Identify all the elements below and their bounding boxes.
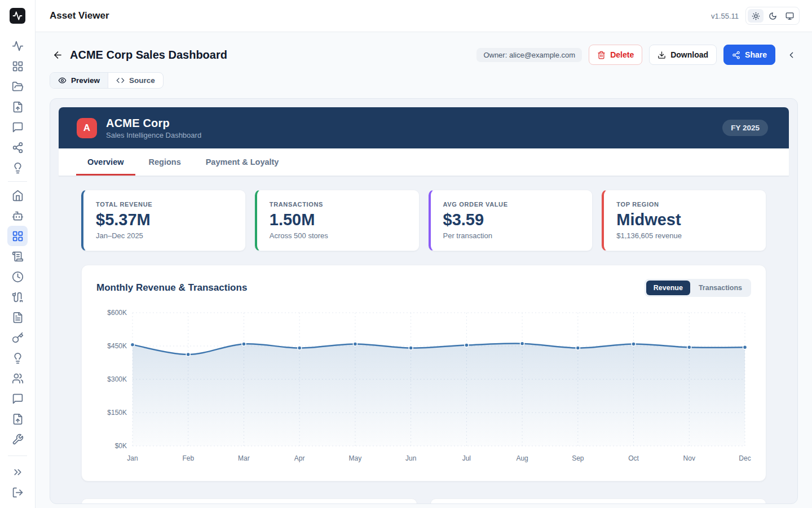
delete-button[interactable]: Delete (589, 45, 642, 65)
svg-text:Jun: Jun (405, 454, 416, 462)
toggle-revenue[interactable]: Revenue (646, 281, 690, 295)
file-up-icon (12, 101, 24, 113)
chart-series-toggle: RevenueTransactions (645, 279, 751, 297)
sidebar-item-activity[interactable] (7, 36, 28, 56)
stats-row: TOTAL REVENUE$5.37MJan–Dec 2025TRANSACTI… (81, 190, 766, 251)
chart-point-mar[interactable] (242, 342, 246, 346)
chart-point-jul[interactable] (465, 343, 469, 347)
sidebar-item-file-up[interactable] (7, 409, 28, 429)
svg-text:Apr: Apr (294, 454, 305, 462)
svg-text:Jan: Jan (127, 454, 138, 462)
svg-text:Oct: Oct (628, 454, 639, 462)
stat-value: $3.59 (443, 211, 580, 229)
source-tab-label: Source (129, 76, 155, 85)
chart-point-jan[interactable] (131, 343, 135, 347)
chart-point-feb[interactable] (186, 352, 190, 356)
code-icon (116, 76, 125, 85)
users-icon (12, 373, 24, 384)
sidebar-bottom-group (0, 462, 35, 502)
company-names: ACME Corp Sales Intelligence Dashboard (106, 117, 201, 139)
chart-point-dec[interactable] (743, 345, 747, 349)
sidebar-item-file-text[interactable] (7, 307, 28, 327)
theme-light-button[interactable] (748, 9, 764, 23)
svg-text:Aug: Aug (516, 454, 528, 462)
monitor-icon (785, 12, 794, 20)
sidebar-item-cable[interactable] (7, 287, 28, 307)
sidebar-item-users[interactable] (7, 368, 28, 388)
toggle-transactions[interactable]: Transactions (691, 281, 749, 295)
dashboard-header: A ACME Corp Sales Intelligence Dashboard… (59, 107, 789, 148)
main-content: ACME Corp Sales Dashboard Owner: alice@e… (36, 32, 812, 508)
view-mode-tabs: Preview Source (50, 72, 164, 89)
stat-card-avg-order-value: AVG ORDER VALUE$3.59Per transaction (429, 190, 593, 251)
sidebar-item-bot[interactable] (7, 205, 28, 226)
dashboard-body: TOTAL REVENUE$5.37MJan–Dec 2025TRANSACTI… (59, 176, 789, 504)
svg-text:$300K: $300K (107, 375, 127, 383)
dashboard-subtitle: Sales Intelligence Dashboard (106, 131, 201, 139)
chart-area (133, 343, 745, 446)
preview-tab-label: Preview (71, 76, 100, 85)
chart-point-jun[interactable] (409, 346, 413, 350)
sidebar-item-message-square[interactable] (7, 117, 28, 137)
chart-title: Monthly Revenue & Transactions (96, 282, 247, 294)
sidebar-item-share-2[interactable] (7, 137, 28, 157)
svg-text:Jul: Jul (462, 454, 471, 462)
svg-text:Mar: Mar (238, 454, 250, 462)
sidebar-item-layout-grid-active[interactable] (7, 226, 28, 246)
share-button[interactable]: Share (723, 45, 775, 65)
topbar-right: v1.55.11 (711, 7, 800, 25)
sidebar-item-lightbulb[interactable] (7, 157, 28, 178)
sidebar-item-message-square[interactable] (7, 388, 28, 409)
company-name: ACME Corp (106, 117, 201, 130)
sidebar-item-file-up[interactable] (7, 97, 28, 117)
company-logo: A (77, 118, 97, 138)
share-label: Share (745, 50, 767, 59)
sidebar-item-key[interactable] (7, 327, 28, 348)
stat-card-top-region: TOP REGIONMidwest$1,136,605 revenue (602, 190, 766, 251)
chart-point-may[interactable] (353, 342, 357, 346)
partial-card-left (81, 498, 417, 504)
bot-icon (12, 210, 24, 222)
download-button[interactable]: Download (649, 45, 717, 65)
svg-text:$0K: $0K (115, 442, 127, 450)
stat-subtext: $1,136,605 revenue (616, 231, 753, 240)
activity-icon (12, 40, 24, 52)
chart-point-aug[interactable] (520, 341, 524, 345)
sidebar-item-chevrons-right[interactable] (7, 462, 28, 482)
collapse-panel-button[interactable] (784, 48, 798, 62)
stat-subtext: Across 500 stores (270, 231, 407, 240)
sidebar-item-log-out[interactable] (7, 482, 28, 502)
back-button[interactable] (50, 47, 65, 63)
fiscal-year-badge: FY 2025 (722, 120, 768, 136)
sidebar-item-scroll-text[interactable] (7, 246, 28, 266)
download-label: Download (670, 50, 708, 59)
app-logo[interactable] (10, 8, 25, 24)
sidebar-item-lightbulb[interactable] (7, 348, 28, 368)
sidebar-item-home[interactable] (7, 185, 28, 205)
chart-point-apr[interactable] (298, 346, 302, 350)
sidebar-item-layout-grid[interactable] (7, 56, 28, 76)
stat-value: $5.37M (96, 211, 233, 229)
chart-point-sep[interactable] (576, 346, 580, 350)
dashboard-tab-regions[interactable]: Regions (138, 148, 192, 176)
sidebar-item-folder-open[interactable] (7, 76, 28, 97)
dashboard-header-card: A ACME Corp Sales Intelligence Dashboard… (59, 107, 789, 176)
chevrons-right-icon (12, 466, 24, 478)
dashboard-tabs: OverviewRegionsPayment & Loyalty (59, 148, 789, 176)
svg-text:$600K: $600K (107, 309, 127, 317)
chart-point-nov[interactable] (687, 345, 691, 349)
theme-system-button[interactable] (782, 9, 797, 23)
owner-badge: Owner: alice@example.com (476, 48, 582, 62)
stat-value: 1.50M (270, 211, 407, 229)
tab-source[interactable]: Source (108, 73, 163, 88)
tab-preview[interactable]: Preview (50, 73, 108, 88)
stat-label: TOP REGION (616, 201, 753, 208)
chart-point-oct[interactable] (632, 342, 636, 346)
dashboard-tab-overview[interactable]: Overview (76, 148, 135, 176)
dashboard-tab-payment-loyalty[interactable]: Payment & Loyalty (195, 148, 290, 176)
sidebar-item-clock[interactable] (7, 266, 28, 287)
delete-label: Delete (610, 50, 634, 59)
sidebar-item-wrench[interactable] (7, 429, 28, 449)
chevron-left-icon (787, 50, 796, 60)
theme-dark-button[interactable] (765, 9, 780, 23)
